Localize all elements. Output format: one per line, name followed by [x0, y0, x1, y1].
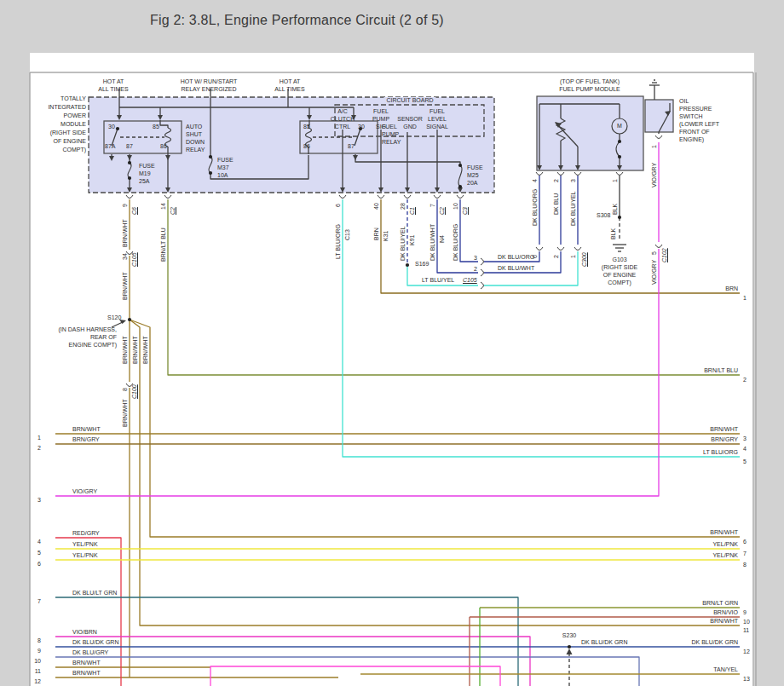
wiring-diagram-page: Fig 2: 3.8L, Engine Performance Circuit …: [0, 0, 784, 686]
junction-dot: [209, 171, 212, 175]
junction-dot: [406, 263, 409, 267]
junction-dot: [618, 216, 621, 219]
junction-dot: [458, 164, 462, 167]
junction-dot: [359, 127, 362, 130]
junction-dot: [618, 155, 621, 159]
junction-dot: [458, 185, 462, 188]
junction-dot: [618, 140, 621, 143]
component-box: [537, 96, 643, 170]
motor-symbol: [612, 118, 627, 134]
junction-dot: [128, 318, 131, 321]
junction-dot: [209, 155, 212, 159]
junction-dot: [128, 161, 131, 164]
junction-dot: [128, 176, 131, 180]
junction-dot: [568, 645, 571, 649]
component-box: [645, 100, 673, 132]
wiring-diagram-canvas: [0, 0, 784, 686]
component-box: [89, 97, 494, 193]
junction-dot: [116, 127, 119, 130]
